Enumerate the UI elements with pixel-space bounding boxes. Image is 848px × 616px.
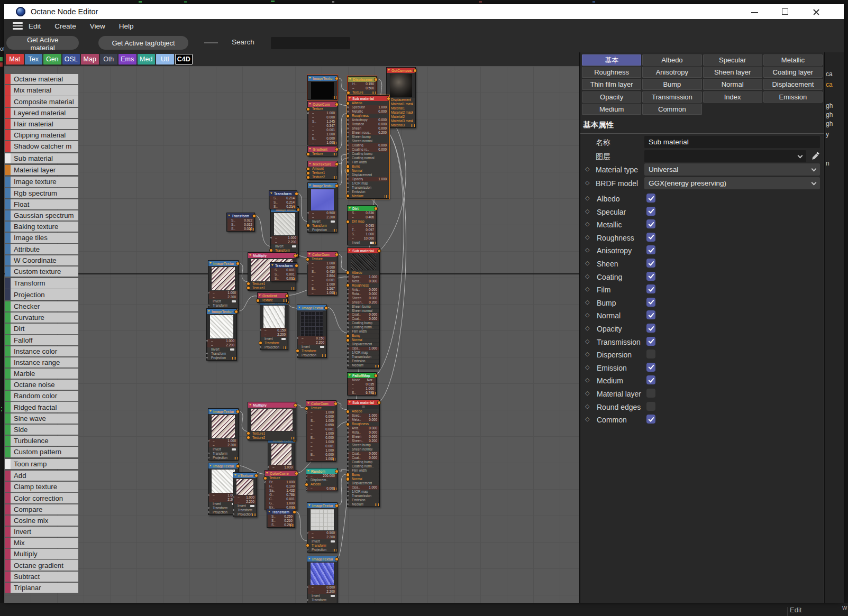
property-tab-anisotropy[interactable]: Anisotropy bbox=[642, 67, 701, 78]
node-colorcom[interactable]: ColorComTexture–1.000–0.000S..1.245–0.34… bbox=[307, 101, 338, 145]
node-displacement[interactable]: DisplacementH..0.150–0.500Texture bbox=[348, 76, 377, 95]
category-tab-mat[interactable]: Mat bbox=[6, 54, 24, 65]
output-port-icon[interactable] bbox=[236, 465, 239, 467]
output-port-icon[interactable] bbox=[286, 295, 288, 297]
input-port-icon[interactable] bbox=[307, 599, 309, 601]
output-port-icon[interactable] bbox=[253, 215, 256, 217]
output-port-icon[interactable] bbox=[255, 474, 258, 477]
output-port-icon[interactable] bbox=[335, 77, 338, 80]
input-port-icon[interactable] bbox=[347, 123, 349, 125]
sidebar-item-shadow-catcher-m[interactable]: Shadow catcher m bbox=[5, 141, 78, 151]
checkbox-film[interactable] bbox=[646, 284, 655, 293]
input-port-icon[interactable] bbox=[347, 423, 349, 426]
layer-field[interactable] bbox=[644, 150, 806, 162]
menu-item-view[interactable]: View bbox=[90, 22, 105, 30]
node-imagetexture[interactable]: ImageTexture–0.500–2.200InvertTransformP… bbox=[307, 182, 338, 233]
sidebar-item-octane-noise[interactable]: Octane noise bbox=[5, 380, 78, 390]
input-port-icon[interactable] bbox=[233, 497, 235, 499]
resize-handle[interactable] bbox=[332, 292, 336, 295]
input-port-icon[interactable] bbox=[306, 475, 308, 477]
category-tab-c4d[interactable]: C4D bbox=[175, 54, 193, 65]
output-port-icon[interactable] bbox=[236, 410, 239, 413]
input-port-icon[interactable] bbox=[247, 432, 250, 435]
sidebar-item-cosine-mix[interactable]: Cosine mix bbox=[5, 516, 78, 526]
resize-handle[interactable] bbox=[332, 229, 336, 232]
input-port-icon[interactable] bbox=[260, 346, 262, 348]
resize-handle[interactable] bbox=[332, 488, 336, 490]
input-port-icon[interactable] bbox=[307, 549, 309, 551]
resize-handle[interactable] bbox=[332, 142, 336, 144]
output-port-icon[interactable] bbox=[335, 163, 338, 166]
material-type-select[interactable]: Universal bbox=[644, 163, 820, 176]
property-tab-item[interactable]: 基本 bbox=[582, 54, 641, 66]
sidebar-item-subtract[interactable]: Subtract bbox=[5, 572, 78, 582]
sidebar-item-marble[interactable]: Marble bbox=[5, 369, 78, 379]
property-tab-coating-layer[interactable]: Coating layer bbox=[763, 67, 823, 78]
sidebar-item-octane-material[interactable]: Octane material bbox=[5, 74, 78, 84]
input-port-icon[interactable] bbox=[347, 440, 349, 442]
input-port-icon[interactable] bbox=[257, 299, 259, 302]
output-port-icon[interactable] bbox=[293, 511, 296, 513]
property-tab-medium[interactable]: Medium bbox=[582, 104, 641, 115]
input-port-icon[interactable] bbox=[347, 127, 349, 130]
sidebar-item-layered-material[interactable]: Layered material bbox=[5, 108, 78, 118]
input-port-icon[interactable] bbox=[307, 112, 309, 114]
resize-handle[interactable] bbox=[375, 365, 379, 367]
input-port-icon[interactable] bbox=[347, 495, 349, 497]
node-mixtexture[interactable]: MixTextureAmountTexture1Texture2 bbox=[307, 161, 338, 180]
checkbox-emission[interactable] bbox=[646, 363, 655, 372]
maximize-button[interactable] bbox=[779, 5, 792, 18]
resize-handle[interactable] bbox=[291, 437, 295, 439]
input-port-icon[interactable] bbox=[206, 357, 208, 359]
output-port-icon[interactable] bbox=[295, 264, 298, 267]
sidebar-item-checker[interactable]: Checker bbox=[5, 301, 78, 311]
input-port-icon[interactable] bbox=[347, 132, 349, 134]
sidebar-item-transform[interactable]: Transform bbox=[5, 278, 78, 288]
input-port-icon[interactable] bbox=[347, 470, 349, 472]
input-port-icon[interactable] bbox=[233, 513, 235, 516]
sidebar-item-composite-material[interactable]: Composite material bbox=[5, 96, 78, 106]
checkbox-bump[interactable] bbox=[646, 298, 655, 307]
node-gradient[interactable]: GradientTexture bbox=[257, 292, 288, 303]
node-imagetexture[interactable]: ImageTexture–1.000–2.200InvertTransformP… bbox=[270, 206, 299, 258]
property-tab-normal[interactable]: Normal bbox=[703, 79, 762, 90]
input-port-icon[interactable] bbox=[347, 491, 349, 493]
checkbox-transmission[interactable] bbox=[646, 337, 655, 346]
input-port-icon[interactable] bbox=[347, 136, 349, 138]
input-port-icon[interactable] bbox=[347, 356, 349, 358]
resize-handle[interactable] bbox=[291, 287, 295, 290]
resize-handle[interactable] bbox=[233, 457, 238, 459]
input-port-icon[interactable] bbox=[347, 280, 349, 282]
sidebar-item-invert[interactable]: Invert bbox=[5, 527, 78, 537]
resize-handle[interactable] bbox=[411, 124, 415, 127]
input-port-icon[interactable] bbox=[347, 330, 349, 333]
input-port-icon[interactable] bbox=[297, 337, 299, 339]
sidebar-item-triplanar[interactable]: Triplanar bbox=[5, 583, 78, 593]
input-port-icon[interactable] bbox=[347, 339, 349, 342]
node-transform[interactable]: TransformS..0.214S..0.214S..0.214 bbox=[269, 190, 297, 209]
input-port-icon[interactable] bbox=[347, 293, 349, 295]
output-port-icon[interactable] bbox=[335, 470, 338, 473]
node-imagetexture[interactable]: ImageTexture–0.150–2.200InvertTransformP… bbox=[297, 305, 327, 358]
node-imagetexture[interactable]: ImageTexture–0.600–2.200InvertTransformP… bbox=[307, 556, 338, 603]
input-port-icon[interactable] bbox=[347, 276, 349, 278]
resize-handle[interactable] bbox=[322, 354, 326, 357]
input-port-icon[interactable] bbox=[347, 149, 349, 151]
input-port-icon[interactable] bbox=[347, 314, 349, 316]
property-tab-opacity[interactable]: Opacity bbox=[582, 91, 641, 103]
input-port-icon[interactable] bbox=[307, 212, 309, 214]
input-port-icon[interactable] bbox=[347, 444, 349, 446]
resize-handle[interactable] bbox=[250, 228, 254, 231]
output-port-icon[interactable] bbox=[335, 253, 338, 256]
input-port-icon[interactable] bbox=[208, 453, 210, 455]
node-imagetexture[interactable]: ImageTexture–0.500–2.200InvertTransformP… bbox=[307, 502, 338, 553]
node-imagetexture[interactable]: ImageTexture bbox=[307, 75, 338, 100]
input-port-icon[interactable] bbox=[347, 461, 349, 463]
input-port-icon[interactable] bbox=[307, 108, 309, 111]
input-port-icon[interactable] bbox=[347, 271, 349, 274]
input-port-icon[interactable] bbox=[347, 305, 349, 307]
checkbox-material-layer[interactable] bbox=[646, 389, 655, 398]
property-tab-metallic[interactable]: Metallic bbox=[763, 54, 823, 66]
input-port-icon[interactable] bbox=[208, 292, 210, 294]
input-port-icon[interactable] bbox=[347, 106, 349, 108]
